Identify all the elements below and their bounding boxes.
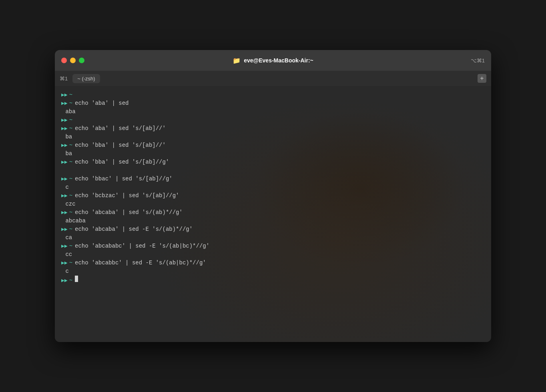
titlebar: 📁 eve@Eves-MacBook-Air:~ ⌥⌘1 xyxy=(55,50,491,71)
output-text: ba xyxy=(61,150,72,158)
titlebar-title: 📁 eve@Eves-MacBook-Air:~ xyxy=(233,57,313,64)
command-text: echo 'bba' | sed 's/[ab]//g' xyxy=(75,158,169,166)
prompt-arrow: ▶▶ xyxy=(61,242,68,250)
command-text: echo 'aba' | sed 's/[ab]//' xyxy=(75,124,166,133)
terminal-line: ▶▶ ~ echo 'abcabbc' | sed -E 's/(ab|bc)*… xyxy=(61,259,485,267)
close-button[interactable] xyxy=(61,58,67,63)
output-text: c xyxy=(61,267,69,276)
command-text: echo 'abcaba' | sed 's/(ab)*//g' xyxy=(75,208,183,217)
prompt-arrow: ▶▶ xyxy=(61,125,68,133)
add-tab-button[interactable]: + xyxy=(478,74,486,83)
terminal-line: ▶▶ ~ xyxy=(61,116,485,124)
prompt-arrow: ▶▶ xyxy=(61,158,68,166)
command-text: echo 'abcababc' | sed -E 's/(ab|bc)*//g' xyxy=(75,242,209,250)
prompt-arrow: ▶▶ xyxy=(61,142,68,150)
output-text: ca xyxy=(61,234,72,242)
prompt-tilde: ~ xyxy=(69,259,72,267)
output-line: ca xyxy=(61,234,485,242)
terminal-line: ▶▶ ~ echo 'abcaba' | sed 's/(ab)*//g' xyxy=(61,208,485,217)
command-text: echo 'abcaba' | sed -E 's/(ab)*//g' xyxy=(75,225,193,234)
window-title: eve@Eves-MacBook-Air:~ xyxy=(244,57,313,64)
prompt-tilde: ~ xyxy=(69,158,72,166)
output-line xyxy=(61,166,485,175)
prompt-arrow: ▶▶ xyxy=(61,100,68,108)
prompt-tilde: ~ xyxy=(69,141,72,150)
terminal-body[interactable]: ▶▶ ~ ▶▶ ~ echo 'aba' | sed aba ▶▶ ~ ▶▶ xyxy=(55,86,491,342)
output-line: czc xyxy=(61,200,485,208)
terminal-line: ▶▶ ~ xyxy=(61,276,485,285)
tab-cmd: ⌘1 xyxy=(60,76,68,82)
command-text: echo 'aba' | sed xyxy=(75,99,128,108)
output-text: c xyxy=(61,183,69,192)
prompt-arrow: ▶▶ xyxy=(61,209,68,217)
prompt-tilde: ~ xyxy=(69,116,72,124)
prompt-arrow: ▶▶ xyxy=(61,91,68,99)
terminal-line: ▶▶ ~ echo 'bba' | sed 's/[ab]//' xyxy=(61,141,485,150)
prompt-arrow: ▶▶ xyxy=(61,226,68,234)
prompt-tilde: ~ xyxy=(69,192,72,200)
prompt-tilde: ~ xyxy=(69,99,72,108)
prompt-tilde: ~ xyxy=(69,91,72,99)
prompt-tilde: ~ xyxy=(69,124,72,133)
output-text: ba xyxy=(61,133,72,141)
output-line: c xyxy=(61,267,485,276)
prompt-arrow: ▶▶ xyxy=(61,116,68,124)
terminal-line: ▶▶ ~ xyxy=(61,91,485,99)
command-text: echo 'bbac' | sed 's/[ab]//g' xyxy=(75,175,173,183)
output-text: cc xyxy=(61,250,72,259)
terminal-window: 📁 eve@Eves-MacBook-Air:~ ⌥⌘1 ⌘1 ~ (-zsh)… xyxy=(55,50,491,342)
tab-controls: + xyxy=(478,74,486,83)
terminal-content[interactable]: ▶▶ ~ ▶▶ ~ echo 'aba' | sed aba ▶▶ ~ ▶▶ xyxy=(55,86,491,342)
output-line: ba xyxy=(61,133,485,141)
prompt-tilde: ~ xyxy=(69,225,72,234)
prompt-tilde: ~ xyxy=(69,208,72,217)
output-text: abcaba xyxy=(61,217,86,225)
output-line: ba xyxy=(61,150,485,158)
terminal-line: ▶▶ ~ echo 'bbac' | sed 's/[ab]//g' xyxy=(61,175,485,183)
output-text xyxy=(61,166,65,175)
output-text: aba xyxy=(61,108,76,116)
active-tab[interactable]: ~ (-zsh) xyxy=(72,74,100,83)
terminal-line: ▶▶ ~ echo 'aba' | sed xyxy=(61,99,485,108)
minimize-button[interactable] xyxy=(70,58,76,63)
maximize-button[interactable] xyxy=(79,58,84,63)
prompt-arrow: ▶▶ xyxy=(61,277,68,285)
terminal-line: ▶▶ ~ echo 'aba' | sed 's/[ab]//' xyxy=(61,124,485,133)
output-line: aba xyxy=(61,108,485,116)
cursor xyxy=(75,276,78,282)
terminal-line: ▶▶ ~ echo 'abcababc' | sed -E 's/(ab|bc)… xyxy=(61,242,485,250)
output-line: cc xyxy=(61,250,485,259)
prompt-tilde: ~ xyxy=(69,242,72,250)
output-line: abcaba xyxy=(61,217,485,225)
tab-bar: ⌘1 ~ (-zsh) + xyxy=(55,71,491,86)
folder-icon: 📁 xyxy=(233,57,241,64)
command-text: echo 'abcabbc' | sed -E 's/(ab|bc)*//g' xyxy=(75,259,206,267)
prompt-arrow: ▶▶ xyxy=(61,192,68,200)
prompt-arrow: ▶▶ xyxy=(61,175,68,183)
terminal-line: ▶▶ ~ echo 'bba' | sed 's/[ab]//g' xyxy=(61,158,485,166)
traffic-lights xyxy=(61,58,84,63)
output-text: czc xyxy=(61,200,76,208)
terminal-line: ▶▶ ~ echo 'bcbzac' | sed 's/[ab]//g' xyxy=(61,192,485,200)
prompt-tilde: ~ xyxy=(69,175,72,183)
command-text: echo 'bcbzac' | sed 's/[ab]//g' xyxy=(75,192,179,200)
command-text: echo 'bba' | sed 's/[ab]//' xyxy=(75,141,166,150)
prompt-arrow: ▶▶ xyxy=(61,259,68,267)
output-line: c xyxy=(61,183,485,192)
prompt-tilde: ~ xyxy=(69,276,72,285)
titlebar-shortcut: ⌥⌘1 xyxy=(471,58,485,64)
terminal-line: ▶▶ ~ echo 'abcaba' | sed -E 's/(ab)*//g' xyxy=(61,225,485,234)
